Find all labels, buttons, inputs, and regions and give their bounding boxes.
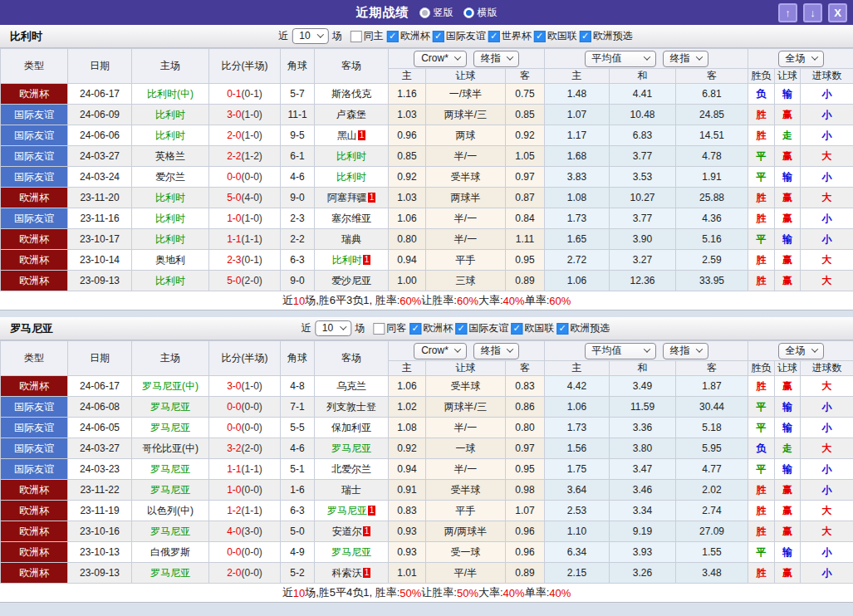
radio-vertical-layout[interactable]: 竖版 [419, 6, 453, 20]
fullmatch-dropdown[interactable]: 全场 [778, 51, 824, 67]
competition-filter[interactable]: ✓国际友谊 [433, 29, 486, 43]
odds-home-cell: 0.80 [389, 229, 426, 250]
competition-filter[interactable]: ✓欧洲杯 [409, 321, 453, 335]
col-header-odds-home: 主 [389, 69, 426, 84]
games-count-value: 10 [322, 322, 333, 334]
odds-home-cell: 1.01 [389, 563, 426, 584]
checkbox-checked-icon[interactable]: ✓ [488, 31, 500, 42]
radio-horizontal-layout[interactable]: 横版 [463, 6, 498, 20]
home-team-cell: 比利时 [132, 105, 209, 125]
score-cell: 1-0(1-0) [209, 208, 281, 229]
competition-filter[interactable]: ✓欧洲杯 [387, 29, 430, 43]
fullmatch-dropdown[interactable]: 全场 [778, 343, 824, 359]
goals-result-cell: 大 [801, 438, 853, 459]
goals-result-cell: 大 [801, 188, 853, 208]
competition-label: 欧国联 [547, 29, 577, 43]
col-header-avg-away: 客 [676, 69, 748, 84]
col-header-away: 客场 [315, 341, 389, 376]
competition-filter[interactable]: ✓欧国联 [511, 321, 554, 335]
handicap-result-cell: 输 [775, 418, 801, 438]
handicap-result-cell: 赢 [775, 480, 801, 501]
bookmaker-dropdown[interactable]: Crow* [414, 343, 467, 359]
odds-away-cell: 0.75 [506, 84, 545, 105]
handicap-result-cell: 赢 [775, 376, 801, 397]
col-header-avg-home: 主 [545, 69, 610, 84]
handicap-cell: 平手 [426, 250, 506, 271]
home-team-cell: 罗马尼亚(中) [132, 376, 209, 397]
competition-filters: ✓欧洲杯✓国际友谊✓世界杯✓欧国联✓欧洲预选 [387, 29, 633, 43]
goals-result-cell: 大 [801, 501, 853, 521]
same-venue-filter[interactable]: 同主 [351, 29, 384, 43]
games-count-select[interactable]: 10 [315, 320, 351, 336]
score-cell: 4-0(3-0) [209, 521, 281, 542]
games-count-select[interactable]: 10 [292, 28, 328, 44]
final-odds-dropdown[interactable]: 终指 [663, 51, 708, 67]
checkbox-checked-icon[interactable]: ✓ [409, 323, 421, 335]
scroll-down-button[interactable]: ↓ [803, 3, 822, 22]
avg-away-cell: 27.09 [676, 521, 748, 542]
final-odds-dropdown[interactable]: 终指 [473, 343, 519, 359]
score-cell: 5-0(4-0) [209, 188, 281, 208]
away-team-cell: 罗马尼亚 [315, 438, 389, 459]
checkbox-checked-icon[interactable]: ✓ [511, 323, 522, 335]
recent-label: 近 [278, 29, 288, 43]
scroll-up-button[interactable]: ↑ [778, 3, 797, 22]
odds-away-cell: 0.89 [506, 271, 545, 291]
checkbox-checked-icon[interactable]: ✓ [580, 31, 591, 42]
team-label: 罗马尼亚 [150, 463, 190, 475]
bookmaker-dropdown[interactable]: Crow* [414, 51, 467, 67]
team-label: 科索沃 [332, 567, 362, 579]
average-dropdown[interactable]: 平均值 [585, 51, 656, 67]
match-row: 国际友谊24-03-27英格兰2-2(1-2)6-1比利时0.85半/一1.05… [1, 146, 853, 167]
score-cell: 1-1(1-1) [209, 459, 281, 480]
team-label: 北爱尔兰 [331, 463, 371, 475]
checkbox-checked-icon[interactable]: ✓ [556, 323, 568, 335]
competition-filter[interactable]: ✓欧洲预选 [556, 321, 610, 335]
checkbox-unchecked-icon[interactable] [373, 323, 385, 335]
date-cell: 23-10-13 [68, 542, 132, 563]
odds-away-cell: 1.07 [506, 501, 545, 521]
avg-away-cell: 4.36 [676, 208, 748, 229]
wdl-result-cell: 平 [748, 542, 775, 563]
away-team-cell: 爱沙尼亚 [315, 271, 389, 291]
radio-icon[interactable] [419, 7, 430, 18]
checkbox-checked-icon[interactable]: ✓ [534, 31, 546, 42]
competition-filter[interactable]: ✓世界杯 [488, 29, 532, 43]
competition-filter[interactable]: ✓国际友谊 [455, 321, 508, 335]
wdl-result-cell: 胜 [748, 188, 775, 208]
away-team-cell: 瑞典 [315, 229, 389, 250]
odds-home-cell: 1.00 [389, 271, 426, 291]
match-type-cell: 欧洲杯 [1, 501, 68, 521]
avg-draw-cell: 11.59 [610, 397, 676, 418]
radio-icon[interactable] [463, 7, 474, 18]
corners-cell: 4-6 [281, 167, 315, 188]
competition-filter[interactable]: ✓欧国联 [534, 29, 577, 43]
home-team-cell: 罗马尼亚 [132, 418, 209, 438]
handicap-result-cell: 走 [775, 438, 801, 459]
close-button[interactable]: X [828, 3, 847, 22]
same-venue-filter[interactable]: 同客 [373, 321, 406, 335]
checkbox-checked-icon[interactable]: ✓ [433, 31, 444, 42]
avg-away-cell: 2.02 [676, 480, 748, 501]
team-label: 列支敦士登 [326, 401, 376, 413]
odds-home-cell: 1.08 [389, 418, 426, 438]
checkbox-checked-icon[interactable]: ✓ [387, 31, 399, 42]
competition-filter[interactable]: ✓欧洲预选 [580, 29, 633, 43]
away-team-cell: 斯洛伐克 [315, 84, 389, 105]
checkbox-checked-icon[interactable]: ✓ [455, 323, 467, 335]
handicap-result-cell: 输 [775, 459, 801, 480]
odds-group-header: Crow*终指 [389, 341, 545, 361]
avg-away-cell: 3.48 [676, 563, 748, 584]
avg-away-cell: 1.87 [676, 376, 748, 397]
avg-home-cell: 2.53 [545, 501, 610, 521]
final-odds-dropdown[interactable]: 终指 [663, 343, 708, 359]
team-label: 罗马尼亚 [331, 442, 371, 454]
handicap-cell: 半/一 [426, 229, 506, 250]
col-header-home: 主场 [132, 341, 209, 376]
average-dropdown[interactable]: 平均值 [585, 343, 656, 359]
score-cell: 0-0(0-0) [209, 418, 281, 438]
final-odds-dropdown[interactable]: 终指 [473, 51, 519, 67]
competition-label: 国际友谊 [446, 29, 486, 43]
goals-result-cell: 小 [801, 167, 853, 188]
checkbox-unchecked-icon[interactable] [351, 31, 362, 42]
